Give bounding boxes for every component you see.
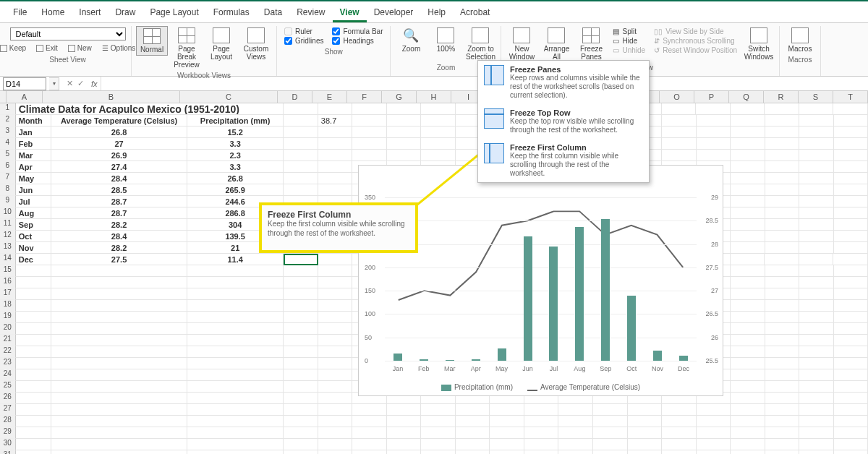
cell[interactable] [834, 369, 868, 381]
cell[interactable] [799, 242, 834, 254]
cell[interactable] [834, 346, 868, 358]
cell[interactable] [421, 416, 456, 427]
cell[interactable] [834, 196, 868, 207]
row-header[interactable]: 7 [0, 173, 16, 184]
row-header[interactable]: 20 [0, 323, 16, 335]
cell[interactable] [16, 439, 51, 450]
cell[interactable] [387, 404, 422, 416]
row-header[interactable]: 22 [0, 346, 16, 358]
cell[interactable] [834, 450, 868, 454]
cell[interactable] [421, 404, 456, 416]
cell[interactable] [284, 265, 318, 277]
cell[interactable] [662, 103, 697, 115]
cell[interactable] [284, 173, 318, 184]
cell[interactable] [731, 427, 765, 439]
cell[interactable]: 2.3 [187, 150, 284, 161]
cell[interactable] [765, 219, 800, 231]
cell[interactable] [765, 381, 800, 393]
cell[interactable] [16, 277, 51, 288]
cell[interactable] [799, 161, 834, 173]
cell[interactable] [284, 404, 318, 416]
cell[interactable] [187, 427, 284, 439]
col-header-T[interactable]: T [833, 91, 868, 103]
cell[interactable] [731, 416, 765, 427]
split-button[interactable]: ▤ Split [613, 27, 645, 35]
cell[interactable] [318, 381, 353, 393]
col-header-A[interactable]: A [7, 91, 43, 103]
cell[interactable] [51, 265, 187, 277]
cell[interactable] [318, 335, 353, 346]
cell[interactable] [187, 288, 284, 300]
cell[interactable] [51, 393, 187, 404]
cell[interactable]: May [16, 173, 51, 184]
cell[interactable]: Jul [16, 196, 51, 207]
cell[interactable] [16, 265, 51, 277]
cell[interactable] [284, 323, 318, 335]
arrange-all-button[interactable]: Arrange All [540, 26, 572, 62]
cell[interactable] [593, 427, 628, 439]
headings-checkbox[interactable]: Headings [332, 37, 383, 45]
cell[interactable]: Climate Data for Acapulco Mexico (1951-2… [16, 103, 284, 115]
cell[interactable] [731, 219, 765, 231]
cell[interactable] [731, 103, 765, 115]
cell[interactable] [16, 404, 51, 416]
cell[interactable] [628, 427, 663, 439]
cell[interactable] [524, 450, 559, 454]
col-header-O[interactable]: O [660, 91, 694, 103]
cell[interactable] [51, 427, 187, 439]
formula-bar-checkbox[interactable]: Formula Bar [332, 27, 383, 35]
cell[interactable] [799, 115, 834, 127]
hide-button[interactable]: ▭ Hide [613, 37, 645, 45]
cell[interactable] [765, 277, 800, 288]
cell[interactable] [731, 277, 765, 288]
cell[interactable] [731, 242, 765, 254]
ruler-checkbox[interactable]: Ruler [284, 27, 323, 35]
cell[interactable] [352, 439, 387, 450]
cell[interactable] [51, 335, 187, 346]
cell[interactable] [662, 416, 697, 427]
cell[interactable] [187, 346, 284, 358]
col-header-B[interactable]: B [43, 91, 180, 103]
cell[interactable] [187, 450, 284, 454]
keep-button[interactable]: Keep [0, 43, 29, 53]
cell[interactable] [16, 369, 51, 381]
cell[interactable] [421, 127, 456, 138]
cell[interactable] [834, 150, 868, 161]
row-header[interactable]: 25 [0, 381, 16, 393]
cell[interactable] [187, 369, 284, 381]
cell[interactable] [765, 138, 800, 150]
cell[interactable] [628, 404, 663, 416]
cell[interactable] [352, 427, 387, 439]
cell[interactable] [558, 427, 593, 439]
cell[interactable] [16, 393, 51, 404]
cell[interactable] [187, 300, 284, 312]
cell[interactable] [16, 416, 51, 427]
cell[interactable] [662, 439, 697, 450]
cell[interactable]: 27.5 [51, 254, 187, 265]
cell[interactable] [799, 346, 834, 358]
cell[interactable] [16, 288, 51, 300]
cell[interactable]: Apr [16, 161, 51, 173]
cell[interactable] [284, 288, 318, 300]
cell[interactable] [51, 358, 187, 369]
unhide-button[interactable]: ▭ Unhide [613, 46, 645, 54]
cell[interactable] [352, 416, 387, 427]
cell[interactable] [318, 150, 353, 161]
cell[interactable] [456, 416, 490, 427]
cell[interactable] [662, 115, 697, 127]
row-header[interactable]: 26 [0, 393, 16, 404]
cell[interactable]: Mar [16, 150, 51, 161]
cell[interactable] [834, 288, 868, 300]
row-header[interactable]: 31 [0, 450, 16, 454]
cell[interactable] [799, 358, 834, 369]
cell[interactable]: 15.2 [187, 127, 284, 138]
cell[interactable] [284, 103, 318, 115]
cell[interactable] [318, 103, 353, 115]
cell[interactable] [51, 369, 187, 381]
cell[interactable] [318, 184, 353, 196]
row-header[interactable]: 19 [0, 312, 16, 323]
cell[interactable] [456, 404, 490, 416]
tab-home[interactable]: Home [34, 4, 72, 22]
cell[interactable] [187, 439, 284, 450]
cell[interactable]: Nov [16, 242, 51, 254]
